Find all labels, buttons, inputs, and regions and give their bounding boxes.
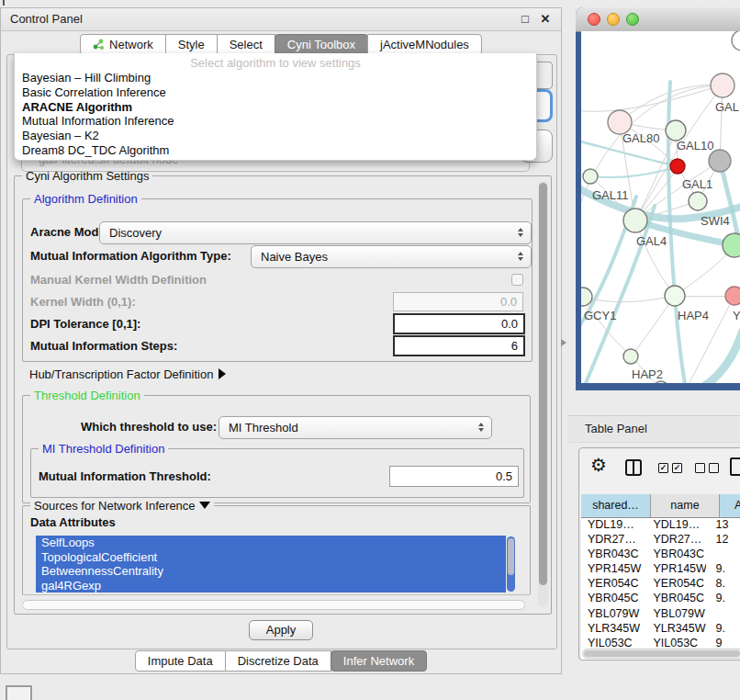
network-node-hap4[interactable] bbox=[665, 286, 685, 306]
tab-style[interactable]: Style bbox=[165, 34, 218, 55]
settings-hscrollbar[interactable] bbox=[22, 600, 525, 610]
split-pane-arrow-icon[interactable] bbox=[561, 339, 566, 346]
settings-scrollbar-thumb[interactable] bbox=[539, 183, 547, 585]
checked-box-icon[interactable]: ✓ bbox=[672, 463, 682, 473]
manual-kernel-checkbox[interactable] bbox=[511, 274, 523, 286]
zoom-traffic-light[interactable] bbox=[626, 13, 639, 26]
node-label: GAL80 bbox=[622, 131, 659, 145]
hub-definition-expander[interactable]: Hub/Transcription Factor Definition bbox=[29, 367, 226, 381]
network-node-gal1[interactable] bbox=[689, 192, 707, 210]
network-node-gcy1[interactable] bbox=[581, 288, 592, 306]
column-header-partial[interactable]: A bbox=[720, 494, 740, 517]
column-header-name[interactable]: name bbox=[651, 494, 720, 517]
dpi-tolerance-input[interactable]: 0.0 bbox=[393, 313, 525, 334]
which-threshold-combobox[interactable]: MI Threshold bbox=[219, 416, 492, 439]
hub-definition-label: Hub/Transcription Factor Definition bbox=[29, 367, 213, 381]
tab-jactivemnodules[interactable]: jActiveMNodules bbox=[367, 34, 482, 55]
network-node-gal4[interactable] bbox=[623, 209, 647, 232]
network-node-swi4[interactable] bbox=[723, 233, 740, 257]
network-node-gal10[interactable] bbox=[666, 120, 686, 141]
sources-collapse-toggle[interactable]: Sources for Network Inference bbox=[30, 499, 214, 513]
algorithm-option[interactable]: Mutual Information Inference bbox=[15, 114, 536, 129]
network-node[interactable] bbox=[709, 150, 731, 172]
network-node-gal[interactable] bbox=[711, 73, 734, 97]
data-attribute-item[interactable]: gal4RGexp bbox=[36, 579, 506, 593]
minimize-traffic-light[interactable] bbox=[607, 13, 620, 26]
table-row[interactable]: YER054CYER054C8. bbox=[581, 576, 740, 591]
table-cell: 8. bbox=[706, 576, 740, 591]
split-columns-icon[interactable] bbox=[625, 459, 642, 476]
gear-icon[interactable]: ⚙ bbox=[590, 454, 607, 476]
control-panel-window: Control Panel □ ✕ Network Style Select bbox=[0, 7, 562, 674]
float-window-icon[interactable]: □ bbox=[517, 8, 533, 30]
unchecked-box-icon[interactable] bbox=[695, 463, 705, 473]
table-cell: YBR043C bbox=[581, 547, 645, 561]
data-attribute-item[interactable]: BetweennessCentrality bbox=[36, 564, 506, 579]
mi-type-combobox[interactable]: Naive Bayes bbox=[251, 245, 532, 268]
attributes-scrollbar-thumb[interactable] bbox=[508, 538, 514, 575]
tab-cyni-toolbox[interactable]: Cyni Toolbox bbox=[275, 34, 368, 55]
table-row[interactable]: YBR045CYBR045C9. bbox=[581, 591, 740, 605]
aracne-mode-combobox[interactable]: Discovery bbox=[99, 221, 532, 244]
sources-group: Sources for Network Inference Data Attri… bbox=[22, 505, 531, 595]
network-node[interactable] bbox=[732, 31, 740, 51]
network-node-gal11[interactable] bbox=[583, 169, 598, 184]
table-row[interactable]: YDL19…YDL19…13 bbox=[581, 517, 740, 532]
which-threshold-label: Which threshold to use: bbox=[81, 420, 217, 434]
algorithm-option[interactable]: Basic Correlation Inference bbox=[15, 85, 536, 100]
mi-threshold-definition-group: MI Threshold Definition Mutual Informati… bbox=[30, 448, 524, 498]
checked-box-icon[interactable]: ✓ bbox=[658, 463, 668, 473]
settings-scrollbar[interactable] bbox=[538, 181, 548, 607]
group-title: Algorithm Definition bbox=[30, 192, 141, 206]
close-traffic-light[interactable] bbox=[588, 13, 600, 26]
kernel-width-input[interactable]: 0.0 bbox=[393, 292, 523, 311]
algorithm-option[interactable]: Bayesian – Hill Climbing bbox=[15, 71, 536, 85]
data-attribute-item[interactable]: SelfLoops bbox=[36, 536, 506, 550]
table-row[interactable]: YDR27…YDR27…12 bbox=[581, 532, 740, 547]
tab-network[interactable]: Network bbox=[80, 34, 166, 55]
network-canvas[interactable]: GALGAL80GAL10GAL11GAL1GAL4SWI4GCY1HAP4YH… bbox=[581, 31, 740, 383]
mi-threshold-input[interactable]: 0.5 bbox=[389, 466, 519, 487]
tab-impute-data[interactable]: Impute Data bbox=[135, 650, 226, 672]
table-row[interactable]: YLR345WYLR345W9. bbox=[581, 621, 740, 636]
algorithm-option[interactable]: Dream8 DC_TDC Algorithm bbox=[15, 143, 536, 158]
data-attribute-item[interactable]: TopologicalCoefficient bbox=[36, 550, 506, 565]
attributes-scrollbar[interactable] bbox=[507, 536, 515, 592]
table-hscrollbar-thumb[interactable] bbox=[584, 650, 740, 657]
collapse-arrow-icon bbox=[199, 502, 210, 509]
mi-type-label: Mutual Information Algorithm Type: bbox=[30, 249, 231, 263]
mi-steps-input[interactable]: 6 bbox=[393, 335, 525, 356]
table-cell: 12 bbox=[706, 532, 740, 547]
unchecked-box-icon[interactable] bbox=[709, 463, 719, 473]
algorithm-placeholder: Select algorithm to view settings bbox=[15, 56, 536, 71]
collapsed-panel-icon[interactable] bbox=[6, 685, 32, 700]
network-node-hap2[interactable] bbox=[623, 349, 638, 364]
table-row[interactable]: YBL079WYBL079W bbox=[581, 606, 740, 621]
table-cell: YDL19… bbox=[581, 517, 645, 532]
algorithm-option[interactable]: Bayesian – K2 bbox=[15, 129, 536, 143]
tab-infer-network[interactable]: Infer Network bbox=[331, 650, 427, 672]
page-icon[interactable] bbox=[730, 457, 740, 476]
node-label: Y bbox=[733, 309, 740, 322]
tab-label: Cyni Toolbox bbox=[287, 35, 355, 54]
tab-discretize-data[interactable]: Discretize Data bbox=[225, 650, 331, 672]
node-label: GAL10 bbox=[677, 139, 713, 152]
close-window-icon[interactable]: ✕ bbox=[537, 8, 554, 30]
algorithm-option[interactable]: ARACNE Algorithm bbox=[15, 100, 536, 115]
threshold-definition-group: Threshold Definition Which threshold to … bbox=[22, 395, 531, 503]
table-hscrollbar[interactable] bbox=[582, 649, 740, 659]
algorithm-definition-group: Algorithm Definition Aracne Mode: Discov… bbox=[22, 198, 533, 362]
algorithm-dropdown: Select algorithm to view settings Bayesi… bbox=[14, 53, 537, 161]
network-node[interactable] bbox=[670, 159, 685, 174]
column-header-shared-name[interactable]: shared… bbox=[581, 494, 651, 517]
network-node[interactable] bbox=[654, 381, 668, 383]
network-window-titlebar bbox=[576, 7, 740, 32]
combo-spinner-icon bbox=[518, 228, 523, 237]
table-cell: YBL079W bbox=[581, 606, 645, 621]
table-row[interactable]: YPR145WYPR145W9. bbox=[581, 561, 740, 576]
table-row[interactable]: YBR043CYBR043C bbox=[581, 547, 740, 561]
tab-select[interactable]: Select bbox=[217, 34, 275, 55]
apply-button[interactable]: Apply bbox=[249, 620, 313, 640]
table-panel-title: Table Panel bbox=[585, 416, 647, 442]
network-node-y[interactable] bbox=[725, 287, 740, 305]
